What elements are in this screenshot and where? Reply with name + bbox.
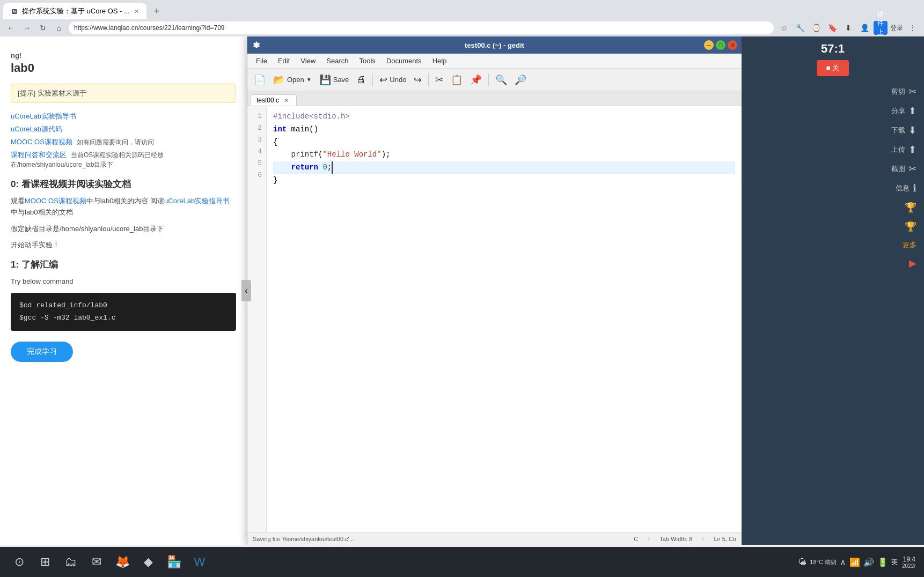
taskbar-browser[interactable]: ◆: [137, 551, 159, 573]
upload-label: 上传: [891, 145, 905, 154]
menu-tools[interactable]: Tools: [354, 55, 381, 66]
main-content: ng! lab0 [提示] 实验素材来源于 uCoreLab实验指导书 uCor…: [0, 36, 742, 545]
complete-button[interactable]: 完成学习: [11, 342, 73, 362]
toolbar-sep-1: [372, 73, 373, 86]
minimize-button[interactable]: ─: [704, 40, 714, 50]
tab-favicon: 🖥: [11, 8, 18, 16]
taskbar-files[interactable]: 🗂: [60, 551, 82, 573]
undo-button[interactable]: ↩ Undo: [376, 71, 409, 88]
print-button[interactable]: 🖨: [353, 71, 369, 88]
lang-indicator: 英: [891, 558, 898, 567]
right-icon-youtube[interactable]: ▶: [909, 257, 916, 269]
tab-close-btn[interactable]: ✕: [134, 8, 139, 15]
line-num-6: 6: [252, 169, 262, 181]
right-icon-more[interactable]: 更多: [903, 240, 916, 250]
right-icon-upload[interactable]: 上传 ⬆: [891, 144, 916, 156]
close-button[interactable]: ✕: [728, 40, 737, 50]
star-icon[interactable]: ☆: [777, 21, 791, 35]
redo-button[interactable]: ↪: [410, 71, 425, 88]
tab-filename: test00.c: [256, 97, 279, 104]
find-button[interactable]: 🔍: [492, 71, 510, 88]
history-icon[interactable]: ⌚: [809, 21, 823, 35]
info-icon: ℹ: [913, 182, 916, 194]
menu-documents[interactable]: Documents: [381, 55, 427, 66]
copy-button[interactable]: 📋: [448, 71, 466, 88]
tip-box: [提示] 实验素材来源于: [11, 84, 236, 103]
gedit-tabs: test00.c ✕: [247, 91, 742, 106]
tab-title: 操作系统实验：基于 uCore OS - ...: [22, 6, 130, 16]
print-icon: 🖨: [356, 74, 366, 85]
gedit-tab-test00c[interactable]: test00.c ✕: [251, 94, 297, 106]
link-lab-guide[interactable]: uCoreLab实验指导书: [164, 197, 230, 205]
weather-icon: 🌤: [798, 557, 806, 567]
paste-icon: 📌: [470, 74, 482, 86]
step1-body: Try below command: [11, 276, 236, 287]
menu-edit[interactable]: Edit: [273, 55, 295, 66]
replace-button[interactable]: 🔎: [511, 71, 530, 88]
right-icon-badge1[interactable]: 🏆: [905, 202, 916, 213]
open-label: Open: [287, 76, 304, 84]
right-icon-badge2[interactable]: 🏆: [905, 221, 916, 233]
tab-close-icon[interactable]: ✕: [282, 97, 290, 104]
taskbar-grid[interactable]: ⊞: [34, 551, 56, 573]
code-line-1: #include<stdio.h>: [273, 110, 735, 123]
link-guidebook[interactable]: uCoreLab实验指导书: [11, 112, 76, 120]
status-tab-width: Tab Width: 8: [659, 536, 692, 542]
taskbar-word[interactable]: W: [189, 551, 210, 573]
link-mooc-video[interactable]: MOOC OS课程视频: [25, 197, 86, 205]
collapse-arrow[interactable]: ‹: [241, 280, 251, 301]
menu-search[interactable]: Search: [321, 55, 354, 66]
new-file-button[interactable]: 📄: [251, 71, 269, 88]
save-button[interactable]: 💾 Save: [316, 71, 353, 88]
taskbar-activities[interactable]: ⊙: [9, 551, 30, 573]
right-icon-screenshot[interactable]: 截图 ✂: [891, 163, 916, 175]
step0-title: 0: 看课程视频并阅读实验文档: [11, 178, 236, 190]
taskbar-firefox[interactable]: 🦊: [112, 551, 133, 573]
expand-tray-icon[interactable]: ∧: [840, 557, 846, 567]
address-bar[interactable]: https://www.lanqiao.cn/courses/221/learn…: [69, 21, 774, 34]
menu-file[interactable]: File: [251, 55, 273, 66]
toolbar-sep-2: [428, 73, 429, 86]
active-tab[interactable]: 🖥 操作系统实验：基于 uCore OS - ... ✕: [3, 3, 146, 19]
cut-icon: ✂: [435, 74, 443, 86]
bookmark-icon[interactable]: 🔖: [825, 21, 839, 35]
right-icon-scissors[interactable]: 剪切 ✂: [891, 86, 916, 98]
extension-icon[interactable]: 🔧: [793, 21, 807, 35]
badge1-icon: 🏆: [905, 202, 916, 213]
clock-date: 2022/: [902, 563, 915, 569]
link-qa[interactable]: 课程问答和交流区: [11, 151, 67, 159]
screenshot-icon: ✂: [908, 163, 916, 175]
link-sourcecode[interactable]: uCoreLab源代码: [11, 125, 62, 133]
account-icon[interactable]: 👤: [857, 21, 871, 35]
refresh-button[interactable]: ↻: [36, 21, 49, 34]
code-editor[interactable]: #include<stdio.h> int main() { printf("H…: [267, 106, 742, 532]
taskbar-appstore[interactable]: 🏪: [163, 551, 185, 573]
youtube-icon: ▶: [909, 257, 916, 269]
cut-button[interactable]: ✂: [432, 71, 446, 88]
back-button[interactable]: ←: [4, 21, 17, 34]
new-file-icon: 📄: [254, 74, 266, 86]
maximize-button[interactable]: □: [716, 40, 725, 50]
menu-view[interactable]: View: [295, 55, 321, 66]
stop-button[interactable]: ■ 关: [817, 60, 849, 76]
paste-button[interactable]: 📌: [467, 71, 485, 88]
right-icon-share[interactable]: 分享 ⬆: [891, 105, 916, 117]
settings-icon[interactable]: ⋮: [906, 21, 920, 35]
link-mooc[interactable]: MOOC OS课程视频: [11, 138, 72, 146]
info-label: 信息: [896, 183, 910, 193]
open-icon: 📂: [273, 74, 285, 86]
taskbar: ⊙ ⊞ 🗂 ✉ 🦊 ◆ 🏪 W 🌤 18°C 晴朗 ∧ 📶 🔊 🔋 英 19:4…: [0, 547, 924, 577]
home-button[interactable]: ⌂: [53, 21, 65, 34]
right-icon-info[interactable]: 信息 ℹ: [896, 182, 916, 194]
open-button[interactable]: 📂 Open ▼: [270, 71, 315, 88]
right-icon-download[interactable]: 下载 ⬇: [891, 124, 916, 136]
tab-bar: 🖥 操作系统实验：基于 uCore OS - ... ✕ +: [0, 0, 924, 19]
forward-button[interactable]: →: [20, 21, 33, 34]
upload-btn[interactable]: 插件上传: [874, 21, 888, 35]
new-tab-button[interactable]: +: [151, 6, 163, 17]
tray-icons: 🌤 18°C 晴朗 ∧ 📶 🔊 🔋 英: [798, 557, 898, 567]
taskbar-mail[interactable]: ✉: [86, 551, 107, 573]
download-icon[interactable]: ⬇: [841, 21, 855, 35]
menu-help[interactable]: Help: [427, 55, 452, 66]
login-btn[interactable]: 登录: [890, 21, 904, 35]
